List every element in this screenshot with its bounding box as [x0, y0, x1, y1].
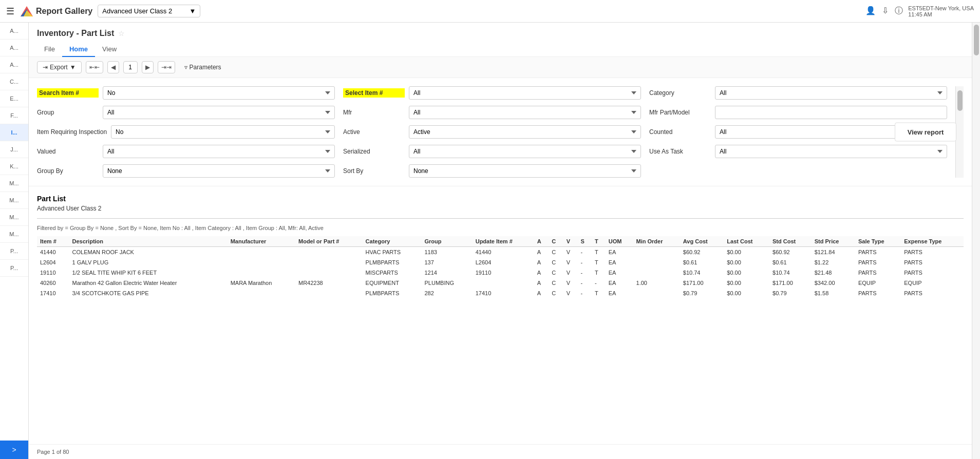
col-c: C	[549, 236, 563, 247]
tab-home[interactable]: Home	[62, 42, 95, 57]
group-by-select[interactable]: None	[103, 164, 335, 178]
sidebar-item-9[interactable]: M...	[0, 175, 28, 192]
tab-view[interactable]: View	[95, 42, 124, 57]
data-table: Item # Description Manufacturer Model or…	[37, 236, 964, 298]
table-cell: 19110	[473, 267, 534, 278]
table-cell: L2604	[37, 257, 69, 267]
table-cell: V	[563, 247, 578, 258]
col-s: S	[577, 236, 592, 247]
export-button[interactable]: ⇥ Export ▼	[37, 61, 82, 73]
table-cell: HVAC PARTS	[363, 247, 422, 258]
table-cell: 17410	[37, 288, 69, 298]
help-icon[interactable]: ⓘ	[895, 6, 903, 16]
sidebar-item-2[interactable]: A...	[0, 56, 28, 73]
group-select[interactable]: All	[103, 106, 335, 119]
table-cell: 40260	[37, 278, 69, 288]
filter-info: Filtered by = Group By = None , Sort By …	[37, 225, 964, 231]
table-cell: 17410	[473, 288, 534, 298]
sidebar-expand-button[interactable]: >	[0, 441, 28, 459]
category-select[interactable]: All	[715, 86, 947, 100]
page-title: Inventory - Part List	[37, 29, 114, 38]
sidebar-item-5[interactable]: F...	[0, 107, 28, 124]
download-icon[interactable]: ⇩	[882, 6, 889, 16]
report-divider	[37, 218, 964, 219]
mfr-label: Mfr	[343, 109, 405, 116]
view-report-button[interactable]: View report	[895, 123, 956, 142]
mfr-select[interactable]: All	[409, 106, 641, 119]
main-scrollbar[interactable]	[972, 23, 980, 459]
report-selector[interactable]: Advanced User Class 2 ▼	[98, 5, 200, 17]
active-label: Active	[343, 128, 405, 136]
table-cell: 1/2 SEAL TITE WHIP KIT 6 FEET	[69, 267, 228, 278]
nav-first-button[interactable]: ⇤⇤	[86, 61, 103, 73]
param-category: Category All	[649, 86, 947, 100]
hamburger-menu[interactable]: ☰	[6, 6, 14, 17]
col-a: A	[534, 236, 549, 247]
report-section: Part List Advanced User Class 2 Filtered…	[29, 186, 972, 444]
sidebar-item-6[interactable]: I...	[0, 124, 28, 141]
tab-file[interactable]: File	[37, 42, 62, 57]
parameters-button[interactable]: ▿ Parameters	[179, 62, 227, 73]
sidebar-item-11[interactable]: M...	[0, 209, 28, 226]
table-cell: Marathon 42 Gallon Electric Water Heater	[69, 278, 228, 288]
table-header-row: Item # Description Manufacturer Model or…	[37, 236, 964, 247]
page-number-display[interactable]: 1	[123, 61, 138, 73]
topbar: ☰ Report Gallery Advanced User Class 2 ▼…	[0, 0, 980, 23]
main-layout: A... A... A... C... E... F... I... J... …	[0, 23, 980, 459]
table-cell: COLEMAN ROOF JACK	[69, 247, 228, 258]
table-cell: A	[534, 247, 549, 258]
table-cell: V	[563, 288, 578, 298]
table-row: 40260Marathon 42 Gallon Electric Water H…	[37, 278, 964, 288]
valued-select[interactable]: All	[103, 145, 335, 158]
select-item-select[interactable]: All	[409, 86, 641, 100]
table-cell: V	[563, 267, 578, 278]
active-select[interactable]: Active All Inactive	[409, 125, 641, 139]
sidebar-item-3[interactable]: C...	[0, 73, 28, 90]
pagination: Page 1 of 80	[29, 444, 972, 459]
user-icon[interactable]: 👤	[865, 6, 876, 16]
sidebar-item-7[interactable]: J...	[0, 141, 28, 158]
group-by-label: Group By	[37, 167, 99, 175]
table-cell	[228, 288, 295, 298]
search-item-select[interactable]: No Yes	[103, 86, 335, 100]
serialized-select[interactable]: All	[409, 145, 641, 158]
nav-prev-button[interactable]: ◀	[107, 61, 119, 73]
nav-last-button[interactable]: ⇥⇥	[158, 61, 175, 73]
export-label: Export	[50, 64, 68, 71]
group-label: Group	[37, 109, 99, 116]
mfr-part-input[interactable]	[715, 106, 947, 119]
table-cell: $0.79	[680, 288, 724, 298]
table-row: 41440COLEMAN ROOF JACKHVAC PARTS11834144…	[37, 247, 964, 258]
item-req-label: Item Requiring Inspection	[37, 128, 107, 136]
favorite-star-icon[interactable]: ☆	[118, 29, 125, 37]
col-model: Model or Part #	[295, 236, 363, 247]
sidebar: A... A... A... C... E... F... I... J... …	[0, 23, 29, 459]
toolbar: ⇥ Export ▼ ⇤⇤ ◀ 1 ▶ ⇥⇥ ▿ Parameters	[29, 57, 972, 78]
item-req-select[interactable]: No Yes	[111, 125, 335, 139]
sidebar-item-8[interactable]: K...	[0, 158, 28, 175]
nav-next-button[interactable]: ▶	[142, 61, 154, 73]
sidebar-item-14[interactable]: P...	[0, 260, 28, 277]
table-cell: -	[577, 247, 592, 258]
main-content: Inventory - Part List ☆ File Home View ⇥…	[29, 23, 972, 459]
export-chevron-icon: ▼	[70, 64, 76, 71]
col-desc: Description	[69, 236, 228, 247]
table-cell: 1 GALV PLUG	[69, 257, 228, 267]
table-cell: MARA Marathon	[228, 278, 295, 288]
sort-by-select[interactable]: None	[409, 164, 641, 178]
topbar-left: ☰ Report Gallery Advanced User Class 2 ▼	[6, 4, 200, 18]
sidebar-item-12[interactable]: M...	[0, 226, 28, 243]
params-scrollbar[interactable]	[955, 86, 964, 178]
table-cell: 1183	[422, 247, 473, 258]
table-cell: C	[549, 288, 563, 298]
sidebar-item-10[interactable]: M...	[0, 192, 28, 209]
sidebar-item-13[interactable]: P...	[0, 243, 28, 260]
sidebar-item-0[interactable]: A...	[0, 23, 28, 40]
report-subtitle: Advanced User Class 2	[37, 205, 964, 212]
table-cell: A	[534, 257, 549, 267]
table-cell: EA	[606, 288, 633, 298]
use-as-task-select[interactable]: All	[715, 145, 947, 158]
col-mfr: Manufacturer	[228, 236, 295, 247]
sidebar-item-4[interactable]: E...	[0, 90, 28, 107]
sidebar-item-1[interactable]: A...	[0, 40, 28, 56]
